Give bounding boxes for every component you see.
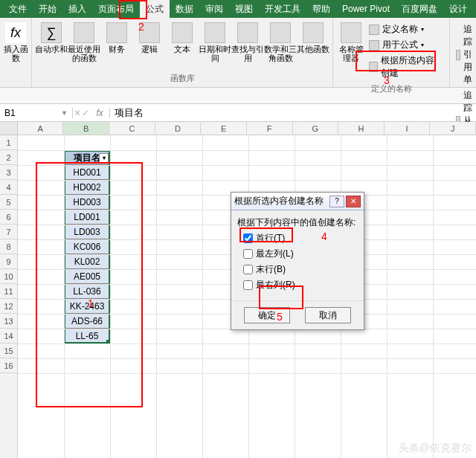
math-icon	[270, 22, 291, 43]
dialog-help-button[interactable]: ?	[329, 196, 344, 207]
name-box[interactable]: ▼	[0, 108, 73, 118]
tab-powerpivot[interactable]: Power Pivot	[336, 1, 396, 17]
row-header[interactable]: 8	[0, 239, 17, 254]
cancel-button[interactable]: 取消	[305, 307, 351, 323]
formula-input[interactable]: 项目名	[110, 106, 476, 120]
checkbox-top-row[interactable]: 首行(T)	[243, 232, 358, 245]
fx-icon[interactable]: fx	[91, 108, 109, 118]
col-header[interactable]: J	[430, 122, 476, 135]
tab-review[interactable]: 审阅	[199, 0, 229, 19]
row-header[interactable]: 1	[0, 135, 17, 150]
col-header[interactable]: G	[293, 122, 339, 135]
col-header[interactable]: C	[109, 122, 155, 135]
col-header[interactable]: F	[247, 122, 293, 135]
ribbon-tabs: 文件 开始 插入 页面布局 公式 数据 审阅 视图 开发工具 帮助 Power …	[0, 0, 476, 18]
row-header[interactable]: 11	[0, 284, 17, 299]
annotation-label: 2	[138, 21, 144, 33]
group-label-fnlib: 函数库	[170, 73, 195, 86]
col-header[interactable]: E	[201, 122, 247, 135]
row-header[interactable]: 3	[0, 165, 17, 180]
annotation-label: 1	[88, 297, 94, 309]
row-header[interactable]: 15	[0, 344, 17, 358]
trace-precedents-button[interactable]: 追踪引用单	[454, 22, 476, 87]
annotation-label: 5	[277, 311, 283, 323]
tab-data[interactable]: 数据	[170, 0, 199, 19]
cancel-icon[interactable]: ✕	[74, 108, 81, 118]
dialog-close-button[interactable]: ✕	[346, 196, 361, 207]
lookup-icon	[237, 22, 258, 43]
insert-function-button[interactable]: fx插入函数	[3, 19, 28, 62]
use-in-formula-button[interactable]: 用于公式▾	[367, 38, 445, 52]
row-header[interactable]: 14	[0, 329, 17, 344]
row-header[interactable]: 4	[0, 180, 17, 195]
enter-icon[interactable]: ✓	[82, 108, 89, 118]
datetime-icon	[205, 22, 225, 43]
checkbox-right-col[interactable]: 最右列(R)	[243, 279, 358, 291]
fx-icon: fx	[5, 22, 26, 43]
dialog-prompt: 根据下列内容中的值创建名称:	[237, 216, 358, 229]
checkbox-bottom-row[interactable]: 末行(B)	[243, 263, 358, 276]
row-header[interactable]: 12	[0, 299, 17, 314]
row-header[interactable]: 9	[0, 254, 17, 269]
fx-small-icon	[369, 40, 379, 51]
tab-baidu[interactable]: 百度网盘	[396, 0, 443, 19]
star-icon	[74, 22, 94, 43]
group-label-definednames: 定义的名称	[371, 83, 412, 96]
create-names-dialog: 根据所选内容创建名称 ? ✕ 根据下列内容中的值创建名称: 首行(T) 最左列(…	[231, 192, 364, 330]
checkbox-input[interactable]	[243, 233, 253, 243]
lookup-button[interactable]: 查找与引用	[231, 19, 264, 62]
watermark: 头条@依克赛尔	[399, 442, 472, 455]
select-all-corner[interactable]	[0, 122, 18, 135]
ok-button[interactable]: 确定	[244, 307, 290, 323]
define-name-button[interactable]: 定义名称▾	[367, 22, 445, 36]
formula-bar: ▼ ✕ ✓ fx 项目名	[0, 104, 476, 122]
row-header[interactable]: 2	[0, 150, 17, 165]
tab-developer[interactable]: 开发工具	[259, 0, 306, 19]
col-header[interactable]: B	[63, 122, 109, 135]
name-manager-button[interactable]: 名称管理器	[336, 19, 366, 83]
col-header[interactable]: I	[385, 122, 431, 135]
name-box-input[interactable]	[4, 108, 57, 118]
row-header[interactable]: 6	[0, 210, 17, 225]
recent-functions-button[interactable]: 最近使用的函数	[68, 19, 100, 62]
ribbon: fx插入函数 ∑自动求和 最近使用的函数 财务 逻辑 文本 日期和时间 查找与引…	[0, 18, 476, 88]
datetime-button[interactable]: 日期和时间	[199, 19, 231, 62]
text-button[interactable]: 文本	[166, 19, 199, 62]
tab-design[interactable]: 设计	[443, 0, 473, 19]
dialog-titlebar[interactable]: 根据所选内容创建名称 ? ✕	[231, 193, 364, 210]
tab-file[interactable]: 文件	[3, 0, 33, 19]
tab-insert[interactable]: 插入	[62, 0, 92, 19]
row-header[interactable]: 13	[0, 314, 17, 329]
checkbox-left-col[interactable]: 最左列(L)	[243, 248, 358, 260]
autosum-button[interactable]: ∑自动求和	[35, 19, 68, 62]
col-header[interactable]: A	[18, 122, 64, 135]
col-header[interactable]: H	[338, 122, 385, 135]
row-header[interactable]: 16	[0, 358, 17, 373]
sigma-icon: ∑	[41, 22, 62, 43]
checkbox-input[interactable]	[243, 265, 253, 274]
annotation-label: 4	[321, 230, 327, 242]
tab-home[interactable]: 开始	[33, 0, 62, 19]
financial-icon	[106, 22, 127, 43]
checkbox-input[interactable]	[243, 280, 253, 290]
financial-button[interactable]: 财务	[100, 19, 133, 62]
create-from-selection-button[interactable]: 根据所选内容创建	[367, 54, 445, 80]
row-header[interactable]: 7	[0, 225, 17, 239]
checkbox-input[interactable]	[243, 249, 253, 259]
more-icon	[303, 22, 324, 43]
name-manager-icon	[341, 22, 361, 43]
col-header[interactable]: D	[155, 122, 202, 135]
mathtrig-button[interactable]: 数学和三角函数	[264, 19, 297, 62]
tag-icon	[369, 25, 379, 35]
tab-help[interactable]: 帮助	[306, 0, 336, 19]
text-icon	[172, 22, 193, 43]
row-header[interactable]: 5	[0, 195, 17, 210]
row-header[interactable]: 10	[0, 269, 17, 284]
tab-pagelayout[interactable]: 页面布局	[92, 0, 140, 19]
tab-view[interactable]: 视图	[229, 0, 259, 19]
grid-icon	[369, 62, 378, 72]
tab-formulas[interactable]: 公式	[140, 0, 170, 19]
arrow-icon	[456, 50, 460, 60]
morefn-button[interactable]: 其他函数	[297, 19, 329, 62]
dialog-title: 根据所选内容创建名称	[234, 195, 324, 207]
